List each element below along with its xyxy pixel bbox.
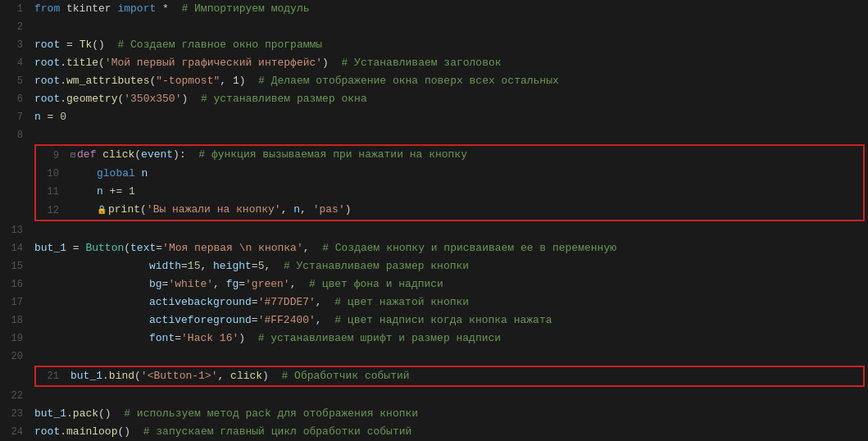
line-number: 15 [0,258,31,275]
line-number: 11 [36,184,67,200]
line-number: 24 [0,424,31,440]
code-line: 24root.mainloop() # запускаем главный ци… [0,423,868,441]
line-content: from tkinter import * # Импортируем моду… [31,1,868,17]
line-number: 12 [36,202,67,219]
line-number: 19 [0,330,31,347]
line-content: ⊟def click(event): # функция вызываемая … [67,147,863,164]
line-number: 3 [0,37,31,53]
line-content: global n [67,166,863,182]
code-line: 12🔒print('Вы нажали на кнопку', n, 'pas'… [36,201,863,220]
code-line: 17activebackground='#77DDE7', # цвет наж… [0,293,868,311]
line-number: 22 [0,388,31,404]
line-content: root.geometry('350x350') # устанавливем … [31,91,868,107]
line-content: root.wm_attributes("-topmost", 1) # Дела… [31,73,868,89]
highlighted-block-21: 21but_1.bind('<Button-1>', click) # Обра… [34,366,865,387]
code-line: 16bg='white', fg='green', # цвет фона и … [0,275,868,293]
line-number: 1 [0,1,31,17]
line-number: 8 [0,127,31,143]
highlighted-block-9-12: 9⊟def click(event): # функция вызываемая… [34,144,865,221]
code-line: 9⊟def click(event): # функция вызываемая… [36,146,863,165]
line-content: root.title('Мой первый графический интер… [31,55,868,71]
line-content: root = Tk() # Создаем главное окно прогр… [31,37,868,53]
code-line: 7n = 0 [0,108,868,126]
line-number: 2 [0,19,31,35]
line-number: 7 [0,109,31,125]
line-number: 20 [0,348,31,365]
code-line: 19font='Hack 16') # устанавливаем шрифт … [0,330,868,348]
code-line: 4root.title('Мой первый графический инте… [0,54,868,72]
code-line: 10global n [36,165,863,183]
line-number: 4 [0,55,31,71]
code-line: 23but_1.pack() # используем метод pack д… [0,405,868,423]
line-number: 17 [0,294,31,311]
line-content: root.mainloop() # запускаем главный цикл… [31,424,868,440]
code-line: 18activeforeground='#FF2400', # цвет над… [0,311,868,330]
line-number: 9 [36,148,67,164]
fold-bottom-icon[interactable]: 🔒 [97,206,107,215]
line-number: 16 [0,276,31,293]
code-line: 6root.geometry('350x350') # устанавливем… [0,90,868,108]
code-line: 11n += 1 [36,183,863,201]
line-number: 10 [36,166,67,182]
code-line: 13 [0,221,868,239]
code-line: 8 [0,126,868,144]
line-content: activebackground='#77DDE7', # цвет нажат… [31,294,868,311]
code-line: 2 [0,18,868,36]
line-content: n = 0 [31,109,868,125]
code-line: 3root = Tk() # Создаем главное окно прог… [0,36,868,54]
line-content: but_1.pack() # используем метод pack для… [31,406,868,422]
code-line: 21but_1.bind('<Button-1>', click) # Обра… [36,367,863,385]
code-line: 22 [0,387,868,405]
line-content: activeforeground='#FF2400', # цвет надпи… [31,312,868,329]
line-content: bg='white', fg='green', # цвет фона и на… [31,276,868,293]
line-content: but_1.bind('<Button-1>', click) # Обрабо… [67,368,863,384]
line-content: width=15, height=5, # Устанавливаем разм… [31,258,868,275]
code-line: 1from tkinter import * # Импортируем мод… [0,0,868,18]
line-number: 5 [0,73,31,89]
fold-icon[interactable]: ⊟ [70,151,75,160]
line-content: n += 1 [67,184,863,200]
code-line: 15width=15, height=5, # Устанавливаем ра… [0,257,868,275]
code-editor: 1from tkinter import * # Импортируем мод… [0,0,868,441]
line-number: 18 [0,312,31,329]
line-content: font='Hack 16') # устанавливаем шрифт и … [31,330,868,347]
line-content: but_1 = Button(text='Моя первая \n кнопк… [31,240,868,257]
code-line: 20 [0,348,868,366]
code-line: 14but_1 = Button(text='Моя первая \n кно… [0,239,868,257]
line-number: 6 [0,91,31,107]
line-number: 13 [0,222,31,239]
line-number: 23 [0,406,31,422]
line-number: 21 [36,368,67,384]
line-content: 🔒print('Вы нажали на кнопку', n, 'pas') [67,202,863,219]
line-number: 14 [0,240,31,257]
code-line: 5root.wm_attributes("-topmost", 1) # Дел… [0,72,868,90]
